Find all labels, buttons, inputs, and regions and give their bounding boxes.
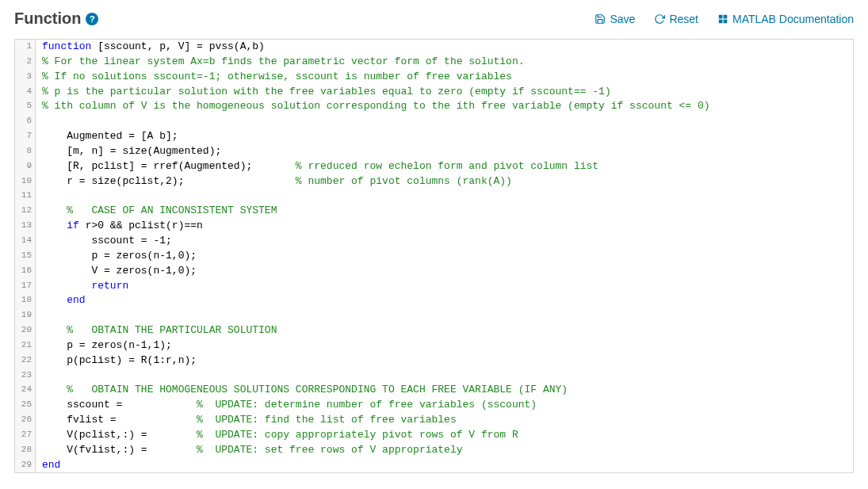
line-number: 28 bbox=[15, 443, 36, 458]
section-title: Function bbox=[14, 10, 81, 28]
code-line[interactable]: 16 V = zeros(n-1,0); bbox=[15, 264, 853, 279]
line-number: 1 bbox=[15, 40, 36, 55]
line-number: 15 bbox=[15, 249, 36, 264]
editor-header: Function ? Save Reset bbox=[14, 10, 854, 28]
line-number: 7 bbox=[15, 129, 36, 144]
line-number: 20 bbox=[15, 323, 36, 338]
line-number: 29 bbox=[15, 458, 36, 473]
code-text[interactable]: V = zeros(n-1,0); bbox=[36, 264, 853, 279]
code-text[interactable]: Augmented = [A b]; bbox=[36, 129, 853, 144]
code-text[interactable] bbox=[36, 308, 853, 323]
code-text[interactable] bbox=[36, 114, 853, 129]
code-line[interactable]: 28 V(fvlist,:) = % UPDATE: set free rows… bbox=[15, 443, 853, 458]
code-text[interactable]: p(pclist) = R(1:r,n); bbox=[36, 353, 853, 369]
line-number: 18 bbox=[15, 293, 36, 308]
code-text[interactable]: % For the linear system Ax=b finds the p… bbox=[36, 55, 853, 70]
code-text[interactable]: [m, n] = size(Augmented); bbox=[36, 144, 853, 159]
code-line[interactable]: 11 bbox=[15, 189, 853, 204]
code-line[interactable]: 10 r = size(pclist,2); % number of pivot… bbox=[15, 174, 853, 189]
code-text[interactable]: end bbox=[36, 293, 853, 308]
reset-label: Reset bbox=[669, 13, 698, 25]
help-icon[interactable]: ? bbox=[86, 13, 98, 25]
code-text[interactable]: function [sscount, p, V] = pvss(A,b) bbox=[36, 40, 853, 55]
code-line[interactable]: 1function [sscount, p, V] = pvss(A,b) bbox=[15, 40, 853, 55]
line-number: 16 bbox=[15, 264, 36, 279]
code-line[interactable]: 15 p = zeros(n-1,0); bbox=[15, 249, 853, 264]
code-text[interactable]: end bbox=[36, 458, 853, 473]
line-number: 5 bbox=[15, 99, 36, 114]
code-line[interactable]: 3% If no solutions sscount=-1; otherwise… bbox=[15, 70, 853, 85]
code-line[interactable]: 4% p is the particular solution with the… bbox=[15, 85, 853, 100]
code-line[interactable]: 2% For the linear system Ax=b finds the … bbox=[15, 55, 853, 70]
code-line[interactable]: 8 [m, n] = size(Augmented); bbox=[15, 144, 853, 159]
save-icon bbox=[595, 13, 606, 25]
code-line[interactable]: 17 return bbox=[15, 279, 853, 294]
line-number: 12 bbox=[15, 204, 36, 219]
code-text[interactable]: r = size(pclist,2); % number of pivot co… bbox=[36, 174, 853, 189]
line-number: 25 bbox=[15, 398, 36, 413]
svg-rect-2 bbox=[719, 19, 723, 23]
code-text[interactable]: p = zeros(n-1,0); bbox=[36, 249, 853, 264]
code-text[interactable]: % OBTAIN THE PARTICULAR SOLUTION bbox=[36, 323, 853, 338]
code-line[interactable]: 13 if r>0 && pclist(r)==n bbox=[15, 219, 853, 234]
code-text[interactable]: V(pclist,:) = % UPDATE: copy appropriate… bbox=[36, 428, 853, 443]
reset-icon bbox=[654, 13, 665, 25]
code-text[interactable]: % OBTAIN THE HOMOGENEOUS SOLUTIONS CORRE… bbox=[36, 383, 853, 398]
code-line[interactable]: 21 p = zeros(n-1,1); bbox=[15, 338, 853, 353]
code-text[interactable]: % CASE OF AN INCONSISTENT SYSTEM bbox=[36, 204, 853, 219]
line-number: 11 bbox=[15, 189, 36, 204]
line-number: 6 bbox=[15, 114, 36, 129]
code-text[interactable]: [R, pclist] = rref(Augmented); % rreduce… bbox=[36, 159, 853, 174]
code-line[interactable]: 20 % OBTAIN THE PARTICULAR SOLUTION bbox=[15, 323, 853, 338]
line-number: 23 bbox=[15, 369, 36, 384]
code-text[interactable]: % ith column of V is the homogeneous sol… bbox=[36, 99, 853, 114]
code-text[interactable]: p = zeros(n-1,1); bbox=[36, 338, 853, 353]
code-line[interactable]: 25 sscount = % UPDATE: determine number … bbox=[15, 398, 853, 413]
code-text[interactable]: % p is the particular solution with the … bbox=[36, 85, 853, 100]
svg-rect-1 bbox=[724, 14, 728, 18]
line-number: 13 bbox=[15, 219, 36, 234]
code-line[interactable]: 22 p(pclist) = R(1:r,n); bbox=[15, 353, 853, 369]
code-text[interactable]: sscount = -1; bbox=[36, 234, 853, 249]
code-text[interactable]: return bbox=[36, 279, 853, 294]
code-text[interactable]: % If no solutions sscount=-1; otherwise,… bbox=[36, 70, 853, 85]
code-line[interactable]: 6 bbox=[15, 114, 853, 129]
docs-label: MATLAB Documentation bbox=[732, 13, 854, 25]
line-number: 4 bbox=[15, 85, 36, 100]
save-button[interactable]: Save bbox=[595, 13, 635, 25]
code-text[interactable]: sscount = % UPDATE: determine number of … bbox=[36, 398, 853, 413]
code-line[interactable]: 12 % CASE OF AN INCONSISTENT SYSTEM bbox=[15, 204, 853, 219]
line-number: 17 bbox=[15, 279, 36, 294]
line-number: 21 bbox=[15, 338, 36, 353]
documentation-icon bbox=[717, 13, 728, 25]
code-line[interactable]: 24 % OBTAIN THE HOMOGENEOUS SOLUTIONS CO… bbox=[15, 383, 853, 398]
line-number: 8 bbox=[15, 144, 36, 159]
line-number: 26 bbox=[15, 413, 36, 428]
reset-button[interactable]: Reset bbox=[654, 13, 698, 25]
code-text[interactable] bbox=[36, 369, 853, 384]
line-number: 27 bbox=[15, 428, 36, 443]
line-number: 9 bbox=[15, 159, 36, 174]
line-number: 22 bbox=[15, 353, 36, 369]
line-number: 24 bbox=[15, 383, 36, 398]
code-line[interactable]: 18 end bbox=[15, 293, 853, 308]
code-text[interactable]: V(fvlist,:) = % UPDATE: set free rows of… bbox=[36, 443, 853, 458]
svg-rect-0 bbox=[719, 14, 723, 18]
code-line[interactable]: 27 V(pclist,:) = % UPDATE: copy appropri… bbox=[15, 428, 853, 443]
code-line[interactable]: 23 bbox=[15, 369, 853, 384]
line-number: 14 bbox=[15, 234, 36, 249]
code-line[interactable]: 26 fvlist = % UPDATE: find the list of f… bbox=[15, 413, 853, 428]
code-text[interactable]: if r>0 && pclist(r)==n bbox=[36, 219, 853, 234]
code-line[interactable]: 29end bbox=[15, 458, 853, 473]
line-number: 19 bbox=[15, 308, 36, 323]
code-editor[interactable]: 1function [sscount, p, V] = pvss(A,b)2% … bbox=[14, 39, 854, 473]
code-line[interactable]: 14 sscount = -1; bbox=[15, 234, 853, 249]
code-line[interactable]: 19 bbox=[15, 308, 853, 323]
code-line[interactable]: 5% ith column of V is the homogeneous so… bbox=[15, 99, 853, 114]
docs-link[interactable]: MATLAB Documentation bbox=[717, 13, 854, 25]
code-text[interactable]: fvlist = % UPDATE: find the list of free… bbox=[36, 413, 853, 428]
code-line[interactable]: 9 [R, pclist] = rref(Augmented); % rredu… bbox=[15, 159, 853, 174]
code-text[interactable] bbox=[36, 189, 853, 204]
svg-rect-3 bbox=[724, 19, 728, 23]
code-line[interactable]: 7 Augmented = [A b]; bbox=[15, 129, 853, 144]
